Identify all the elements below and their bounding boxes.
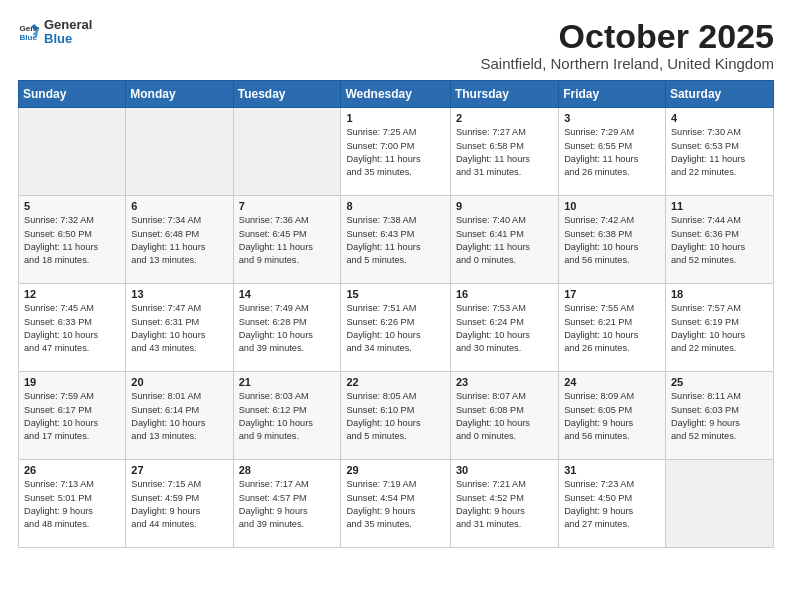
day-info: Sunrise: 7:30 AM Sunset: 6:53 PM Dayligh…	[671, 126, 768, 179]
day-info: Sunrise: 8:01 AM Sunset: 6:14 PM Dayligh…	[131, 390, 227, 443]
day-info: Sunrise: 7:29 AM Sunset: 6:55 PM Dayligh…	[564, 126, 660, 179]
day-info: Sunrise: 7:32 AM Sunset: 6:50 PM Dayligh…	[24, 214, 120, 267]
header: General Blue General Blue October 2025 S…	[18, 18, 774, 72]
day-number: 29	[346, 464, 444, 476]
calendar-cell: 9Sunrise: 7:40 AM Sunset: 6:41 PM Daylig…	[450, 196, 558, 284]
calendar-cell: 21Sunrise: 8:03 AM Sunset: 6:12 PM Dayli…	[233, 372, 341, 460]
calendar-cell: 29Sunrise: 7:19 AM Sunset: 4:54 PM Dayli…	[341, 460, 450, 548]
col-saturday: Saturday	[665, 81, 773, 108]
day-info: Sunrise: 7:17 AM Sunset: 4:57 PM Dayligh…	[239, 478, 336, 531]
col-monday: Monday	[126, 81, 233, 108]
day-number: 10	[564, 200, 660, 212]
calendar-cell: 8Sunrise: 7:38 AM Sunset: 6:43 PM Daylig…	[341, 196, 450, 284]
calendar-cell: 5Sunrise: 7:32 AM Sunset: 6:50 PM Daylig…	[19, 196, 126, 284]
calendar-cell: 22Sunrise: 8:05 AM Sunset: 6:10 PM Dayli…	[341, 372, 450, 460]
day-number: 11	[671, 200, 768, 212]
calendar-cell: 27Sunrise: 7:15 AM Sunset: 4:59 PM Dayli…	[126, 460, 233, 548]
day-info: Sunrise: 8:11 AM Sunset: 6:03 PM Dayligh…	[671, 390, 768, 443]
calendar-cell: 28Sunrise: 7:17 AM Sunset: 4:57 PM Dayli…	[233, 460, 341, 548]
logo-text: General Blue	[44, 18, 92, 47]
day-number: 31	[564, 464, 660, 476]
day-info: Sunrise: 7:27 AM Sunset: 6:58 PM Dayligh…	[456, 126, 553, 179]
day-info: Sunrise: 7:15 AM Sunset: 4:59 PM Dayligh…	[131, 478, 227, 531]
day-info: Sunrise: 7:40 AM Sunset: 6:41 PM Dayligh…	[456, 214, 553, 267]
day-info: Sunrise: 7:44 AM Sunset: 6:36 PM Dayligh…	[671, 214, 768, 267]
day-info: Sunrise: 7:45 AM Sunset: 6:33 PM Dayligh…	[24, 302, 120, 355]
col-wednesday: Wednesday	[341, 81, 450, 108]
day-number: 12	[24, 288, 120, 300]
calendar-cell: 30Sunrise: 7:21 AM Sunset: 4:52 PM Dayli…	[450, 460, 558, 548]
logo-general: General	[44, 18, 92, 32]
day-info: Sunrise: 8:09 AM Sunset: 6:05 PM Dayligh…	[564, 390, 660, 443]
day-info: Sunrise: 7:21 AM Sunset: 4:52 PM Dayligh…	[456, 478, 553, 531]
day-number: 25	[671, 376, 768, 388]
day-info: Sunrise: 8:05 AM Sunset: 6:10 PM Dayligh…	[346, 390, 444, 443]
calendar-cell: 4Sunrise: 7:30 AM Sunset: 6:53 PM Daylig…	[665, 108, 773, 196]
calendar-cell	[19, 108, 126, 196]
calendar-cell: 7Sunrise: 7:36 AM Sunset: 6:45 PM Daylig…	[233, 196, 341, 284]
day-info: Sunrise: 8:03 AM Sunset: 6:12 PM Dayligh…	[239, 390, 336, 443]
week-row-5: 26Sunrise: 7:13 AM Sunset: 5:01 PM Dayli…	[19, 460, 774, 548]
day-number: 26	[24, 464, 120, 476]
day-number: 30	[456, 464, 553, 476]
week-row-1: 1Sunrise: 7:25 AM Sunset: 7:00 PM Daylig…	[19, 108, 774, 196]
calendar-cell: 13Sunrise: 7:47 AM Sunset: 6:31 PM Dayli…	[126, 284, 233, 372]
day-info: Sunrise: 7:42 AM Sunset: 6:38 PM Dayligh…	[564, 214, 660, 267]
col-friday: Friday	[559, 81, 666, 108]
week-row-2: 5Sunrise: 7:32 AM Sunset: 6:50 PM Daylig…	[19, 196, 774, 284]
calendar-cell: 25Sunrise: 8:11 AM Sunset: 6:03 PM Dayli…	[665, 372, 773, 460]
calendar-cell: 1Sunrise: 7:25 AM Sunset: 7:00 PM Daylig…	[341, 108, 450, 196]
day-info: Sunrise: 7:38 AM Sunset: 6:43 PM Dayligh…	[346, 214, 444, 267]
logo: General Blue General Blue	[18, 18, 92, 47]
calendar-cell: 15Sunrise: 7:51 AM Sunset: 6:26 PM Dayli…	[341, 284, 450, 372]
calendar-title: October 2025	[481, 18, 775, 55]
calendar-cell: 18Sunrise: 7:57 AM Sunset: 6:19 PM Dayli…	[665, 284, 773, 372]
calendar-cell: 2Sunrise: 7:27 AM Sunset: 6:58 PM Daylig…	[450, 108, 558, 196]
day-number: 20	[131, 376, 227, 388]
day-number: 8	[346, 200, 444, 212]
calendar-subtitle: Saintfield, Northern Ireland, United Kin…	[481, 55, 775, 72]
day-info: Sunrise: 7:36 AM Sunset: 6:45 PM Dayligh…	[239, 214, 336, 267]
calendar-cell: 24Sunrise: 8:09 AM Sunset: 6:05 PM Dayli…	[559, 372, 666, 460]
day-info: Sunrise: 7:57 AM Sunset: 6:19 PM Dayligh…	[671, 302, 768, 355]
week-row-4: 19Sunrise: 7:59 AM Sunset: 6:17 PM Dayli…	[19, 372, 774, 460]
day-number: 27	[131, 464, 227, 476]
calendar-cell: 12Sunrise: 7:45 AM Sunset: 6:33 PM Dayli…	[19, 284, 126, 372]
calendar-cell	[233, 108, 341, 196]
calendar-cell: 19Sunrise: 7:59 AM Sunset: 6:17 PM Dayli…	[19, 372, 126, 460]
day-number: 14	[239, 288, 336, 300]
day-number: 23	[456, 376, 553, 388]
day-number: 13	[131, 288, 227, 300]
day-info: Sunrise: 8:07 AM Sunset: 6:08 PM Dayligh…	[456, 390, 553, 443]
day-number: 5	[24, 200, 120, 212]
day-info: Sunrise: 7:13 AM Sunset: 5:01 PM Dayligh…	[24, 478, 120, 531]
day-number: 2	[456, 112, 553, 124]
calendar-cell	[126, 108, 233, 196]
calendar-page: General Blue General Blue October 2025 S…	[0, 0, 792, 612]
day-number: 22	[346, 376, 444, 388]
day-number: 7	[239, 200, 336, 212]
calendar-body: 1Sunrise: 7:25 AM Sunset: 7:00 PM Daylig…	[19, 108, 774, 548]
col-tuesday: Tuesday	[233, 81, 341, 108]
calendar-cell: 16Sunrise: 7:53 AM Sunset: 6:24 PM Dayli…	[450, 284, 558, 372]
day-number: 18	[671, 288, 768, 300]
day-info: Sunrise: 7:53 AM Sunset: 6:24 PM Dayligh…	[456, 302, 553, 355]
day-info: Sunrise: 7:23 AM Sunset: 4:50 PM Dayligh…	[564, 478, 660, 531]
day-number: 4	[671, 112, 768, 124]
calendar-cell: 17Sunrise: 7:55 AM Sunset: 6:21 PM Dayli…	[559, 284, 666, 372]
day-number: 15	[346, 288, 444, 300]
logo-icon: General Blue	[18, 21, 40, 43]
day-number: 16	[456, 288, 553, 300]
calendar-cell: 14Sunrise: 7:49 AM Sunset: 6:28 PM Dayli…	[233, 284, 341, 372]
day-info: Sunrise: 7:49 AM Sunset: 6:28 PM Dayligh…	[239, 302, 336, 355]
calendar-cell: 23Sunrise: 8:07 AM Sunset: 6:08 PM Dayli…	[450, 372, 558, 460]
calendar-cell: 11Sunrise: 7:44 AM Sunset: 6:36 PM Dayli…	[665, 196, 773, 284]
calendar-cell: 31Sunrise: 7:23 AM Sunset: 4:50 PM Dayli…	[559, 460, 666, 548]
header-row: Sunday Monday Tuesday Wednesday Thursday…	[19, 81, 774, 108]
calendar-cell: 3Sunrise: 7:29 AM Sunset: 6:55 PM Daylig…	[559, 108, 666, 196]
day-info: Sunrise: 7:51 AM Sunset: 6:26 PM Dayligh…	[346, 302, 444, 355]
day-info: Sunrise: 7:47 AM Sunset: 6:31 PM Dayligh…	[131, 302, 227, 355]
logo-blue: Blue	[44, 32, 92, 46]
calendar-cell: 10Sunrise: 7:42 AM Sunset: 6:38 PM Dayli…	[559, 196, 666, 284]
title-area: October 2025 Saintfield, Northern Irelan…	[481, 18, 775, 72]
